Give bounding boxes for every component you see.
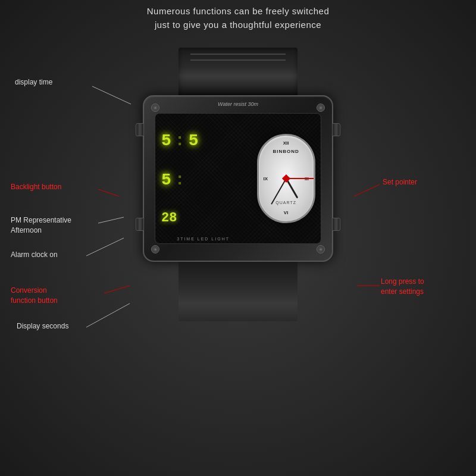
- watch-face: 5 : 5 5 : 28 3TIME LED LIGHT: [155, 113, 321, 244]
- svg-line-6: [354, 184, 380, 196]
- pm-representative-label: PM Representative Afternoon: [11, 215, 71, 236]
- svg-line-1: [98, 189, 119, 196]
- digit-min-lo: 5: [161, 171, 173, 189]
- roman-numeral-6: VI: [284, 210, 289, 215]
- screw-bl: [151, 245, 159, 253]
- watch-body: Water resist 30m 5 : 5 5 :: [143, 95, 333, 262]
- background: Numerous functions can be freely switche…: [0, 0, 476, 476]
- screw-tl: [151, 104, 159, 112]
- watch-container: Water resist 30m 5 : 5 5 :: [125, 48, 351, 321]
- header-line2: just to give you a thoughtful experience: [0, 18, 476, 32]
- strap-bottom: [178, 262, 298, 321]
- strap-top: [178, 48, 298, 95]
- digit-seconds: 28: [161, 211, 177, 226]
- screw-tr: [317, 104, 325, 112]
- roman-numeral-9: IX: [264, 176, 268, 181]
- svg-line-2: [98, 217, 124, 223]
- quartz-text: QUARTZ: [259, 201, 314, 205]
- water-resist-text: Water resist 30m: [218, 101, 258, 107]
- button-left-bottom[interactable]: [136, 218, 144, 231]
- header-text: Numerous functions can be freely switche…: [0, 5, 476, 32]
- backlight-button-label: Backlight button: [11, 182, 61, 192]
- button-right-top[interactable]: [332, 123, 340, 136]
- conversion-label: Conversion function button: [11, 286, 58, 306]
- svg-line-3: [86, 238, 124, 256]
- screw-br: [317, 245, 325, 253]
- digital-display: 5 : 5 5 : 28 3TIME LED LIGHT: [155, 114, 251, 243]
- long-press-label: Long press to enter settings: [381, 277, 424, 297]
- digit-row-1: 5 : 5: [161, 131, 245, 150]
- button-left-top[interactable]: [136, 123, 144, 136]
- analog-display: BINBOND XII VI III IX QUARTZ: [251, 114, 321, 243]
- header-line1: Numerous functions can be freely switche…: [0, 5, 476, 18]
- set-pointer-label: Set pointer: [383, 177, 417, 187]
- alarm-clock-label: Alarm clock on: [11, 250, 58, 260]
- brand-name: BINBOND: [259, 149, 314, 154]
- digit-min-hi: 5: [189, 131, 200, 150]
- roman-numeral-12: XII: [283, 140, 289, 146]
- digit-hour: 5: [161, 131, 173, 150]
- digit-row-3: 28: [161, 211, 245, 226]
- display-time-label: display time: [15, 77, 52, 87]
- button-right-bottom[interactable]: [332, 218, 340, 231]
- digit-colon2: :: [175, 171, 186, 189]
- digit-row-2: 5 :: [161, 171, 245, 189]
- face-label: 3TIME LED LIGHT: [155, 237, 251, 241]
- digit-colon1: :: [175, 131, 186, 150]
- display-seconds-label: Display seconds: [17, 321, 68, 331]
- analog-face: BINBOND XII VI III IX QUARTZ: [257, 134, 315, 223]
- svg-line-5: [86, 303, 130, 327]
